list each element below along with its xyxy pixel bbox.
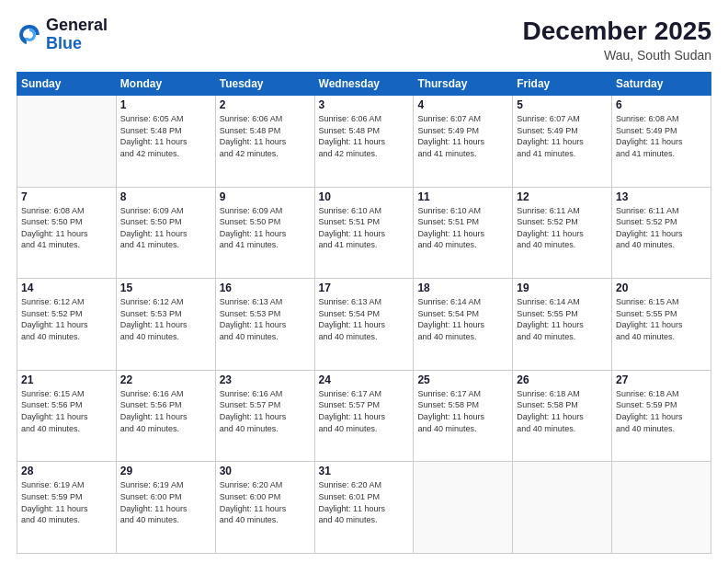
day-info-line: Sunset: 6:00 PM xyxy=(120,491,211,503)
calendar-cell: 7Sunrise: 6:08 AMSunset: 5:50 PMDaylight… xyxy=(17,187,117,279)
calendar-cell: 21Sunrise: 6:15 AMSunset: 5:56 PMDayligh… xyxy=(17,370,117,462)
day-info-line: Daylight: 11 hours xyxy=(120,228,211,240)
calendar-cell: 17Sunrise: 6:13 AMSunset: 5:54 PMDayligh… xyxy=(314,279,414,371)
day-info-line: Sunrise: 6:11 AM xyxy=(517,205,608,217)
month-year: December 2025 xyxy=(523,17,711,46)
day-number: 24 xyxy=(319,373,410,386)
day-info-line: Sunrise: 6:17 AM xyxy=(319,388,410,400)
day-info-line: Sunrise: 6:17 AM xyxy=(417,388,508,400)
calendar-cell: 28Sunrise: 6:19 AMSunset: 5:59 PMDayligh… xyxy=(17,462,117,554)
day-info-line: Daylight: 11 hours xyxy=(319,228,410,240)
day-info-line: Daylight: 11 hours xyxy=(220,319,311,331)
day-info: Sunrise: 6:18 AMSunset: 5:59 PMDaylight:… xyxy=(616,388,707,434)
day-info: Sunrise: 6:19 AMSunset: 5:59 PMDaylight:… xyxy=(21,479,112,525)
day-info-line: Daylight: 11 hours xyxy=(517,411,608,423)
day-info-line: Sunset: 5:50 PM xyxy=(220,216,311,228)
day-number: 8 xyxy=(120,190,211,203)
day-number: 25 xyxy=(417,373,508,386)
day-info: Sunrise: 6:16 AMSunset: 5:56 PMDaylight:… xyxy=(120,388,211,434)
day-info-line: Daylight: 11 hours xyxy=(616,228,707,240)
calendar-cell: 22Sunrise: 6:16 AMSunset: 5:56 PMDayligh… xyxy=(116,370,215,462)
day-info-line: Sunrise: 6:14 AM xyxy=(517,296,608,308)
col-sunday: Sunday xyxy=(17,73,117,96)
calendar-cell: 24Sunrise: 6:17 AMSunset: 5:57 PMDayligh… xyxy=(314,370,414,462)
day-info-line: Sunrise: 6:19 AM xyxy=(120,479,211,491)
day-info-line: Sunset: 5:51 PM xyxy=(319,216,410,228)
calendar-cell: 1Sunrise: 6:05 AMSunset: 5:48 PMDaylight… xyxy=(116,96,215,188)
day-info-line: Sunrise: 6:20 AM xyxy=(319,479,410,491)
day-info-line: Daylight: 11 hours xyxy=(417,319,508,331)
day-info-line: Sunset: 5:56 PM xyxy=(21,399,112,411)
day-info-line: Sunrise: 6:10 AM xyxy=(319,205,410,217)
day-info-line: and 40 minutes. xyxy=(21,423,112,435)
day-info-line: Daylight: 11 hours xyxy=(220,228,311,240)
week-row-3: 14Sunrise: 6:12 AMSunset: 5:52 PMDayligh… xyxy=(17,279,711,371)
calendar-cell: 20Sunrise: 6:15 AMSunset: 5:55 PMDayligh… xyxy=(612,279,711,371)
day-info-line: Sunset: 5:49 PM xyxy=(616,125,707,137)
day-info-line: Sunset: 5:51 PM xyxy=(417,216,508,228)
day-info-line: Daylight: 11 hours xyxy=(616,319,707,331)
day-info-line: Sunset: 5:53 PM xyxy=(220,308,311,320)
day-info: Sunrise: 6:05 AMSunset: 5:48 PMDaylight:… xyxy=(120,113,211,159)
day-info-line: Sunrise: 6:14 AM xyxy=(417,296,508,308)
day-info: Sunrise: 6:07 AMSunset: 5:49 PMDaylight:… xyxy=(517,113,608,159)
day-info-line: Daylight: 11 hours xyxy=(120,503,211,515)
day-info-line: Daylight: 11 hours xyxy=(319,503,410,515)
col-thursday: Thursday xyxy=(414,73,513,96)
day-info-line: Sunset: 5:54 PM xyxy=(319,308,410,320)
day-info: Sunrise: 6:13 AMSunset: 5:53 PMDaylight:… xyxy=(220,296,311,342)
col-tuesday: Tuesday xyxy=(215,73,314,96)
calendar-table: Sunday Monday Tuesday Wednesday Thursday… xyxy=(17,72,711,554)
day-info-line: Daylight: 11 hours xyxy=(319,411,410,423)
header: General Blue December 2025 Wau, South Su… xyxy=(17,17,711,63)
day-info-line: Sunset: 5:57 PM xyxy=(319,399,410,411)
day-info-line: and 41 minutes. xyxy=(417,148,508,160)
week-row-4: 21Sunrise: 6:15 AMSunset: 5:56 PMDayligh… xyxy=(17,370,711,462)
day-info-line: Daylight: 11 hours xyxy=(517,319,608,331)
day-info: Sunrise: 6:13 AMSunset: 5:54 PMDaylight:… xyxy=(319,296,410,342)
day-info-line: Sunset: 5:53 PM xyxy=(120,308,211,320)
day-info-line: Daylight: 11 hours xyxy=(319,136,410,148)
day-info: Sunrise: 6:12 AMSunset: 5:53 PMDaylight:… xyxy=(120,296,211,342)
day-info: Sunrise: 6:08 AMSunset: 5:50 PMDaylight:… xyxy=(21,205,112,251)
day-info: Sunrise: 6:20 AMSunset: 6:00 PMDaylight:… xyxy=(220,479,311,525)
calendar-cell: 25Sunrise: 6:17 AMSunset: 5:58 PMDayligh… xyxy=(414,370,513,462)
day-info-line: Sunrise: 6:13 AM xyxy=(319,296,410,308)
day-info-line: and 40 minutes. xyxy=(319,331,410,343)
day-number: 31 xyxy=(319,465,410,477)
day-info-line: and 41 minutes. xyxy=(120,239,211,251)
day-info-line: Sunrise: 6:09 AM xyxy=(120,205,211,217)
logo: General Blue xyxy=(17,17,108,53)
day-info-line: and 40 minutes. xyxy=(120,423,211,435)
day-info-line: Daylight: 11 hours xyxy=(220,411,311,423)
day-info-line: Sunset: 5:57 PM xyxy=(220,399,311,411)
day-info-line: Sunset: 5:52 PM xyxy=(616,216,707,228)
day-info-line: and 41 minutes. xyxy=(319,239,410,251)
day-info: Sunrise: 6:09 AMSunset: 5:50 PMDaylight:… xyxy=(120,205,211,251)
calendar-cell: 19Sunrise: 6:14 AMSunset: 5:55 PMDayligh… xyxy=(513,279,612,371)
title-block: December 2025 Wau, South Sudan xyxy=(523,17,711,63)
day-info-line: and 42 minutes. xyxy=(319,148,410,160)
day-info: Sunrise: 6:07 AMSunset: 5:49 PMDaylight:… xyxy=(417,113,508,159)
day-info-line: Sunset: 6:00 PM xyxy=(220,491,311,503)
col-saturday: Saturday xyxy=(612,73,711,96)
day-info-line: Sunset: 5:55 PM xyxy=(616,308,707,320)
day-info: Sunrise: 6:08 AMSunset: 5:49 PMDaylight:… xyxy=(616,113,707,159)
week-row-2: 7Sunrise: 6:08 AMSunset: 5:50 PMDaylight… xyxy=(17,187,711,279)
day-info-line: Daylight: 11 hours xyxy=(517,228,608,240)
calendar-cell: 31Sunrise: 6:20 AMSunset: 6:01 PMDayligh… xyxy=(314,462,414,554)
calendar-cell: 23Sunrise: 6:16 AMSunset: 5:57 PMDayligh… xyxy=(215,370,314,462)
day-info: Sunrise: 6:12 AMSunset: 5:52 PMDaylight:… xyxy=(21,296,112,342)
day-info-line: and 40 minutes. xyxy=(616,331,707,343)
day-info: Sunrise: 6:18 AMSunset: 5:58 PMDaylight:… xyxy=(517,388,608,434)
day-info-line: Sunset: 5:59 PM xyxy=(616,399,707,411)
day-info-line: and 40 minutes. xyxy=(417,331,508,343)
day-info-line: Daylight: 11 hours xyxy=(120,411,211,423)
day-info-line: Sunrise: 6:06 AM xyxy=(220,113,311,125)
day-info-line: Sunset: 5:52 PM xyxy=(517,216,608,228)
day-info-line: Sunrise: 6:18 AM xyxy=(517,388,608,400)
day-info: Sunrise: 6:20 AMSunset: 6:01 PMDaylight:… xyxy=(319,479,410,525)
day-info-line: and 41 minutes. xyxy=(21,239,112,251)
day-info-line: and 40 minutes. xyxy=(616,239,707,251)
day-info: Sunrise: 6:17 AMSunset: 5:58 PMDaylight:… xyxy=(417,388,508,434)
